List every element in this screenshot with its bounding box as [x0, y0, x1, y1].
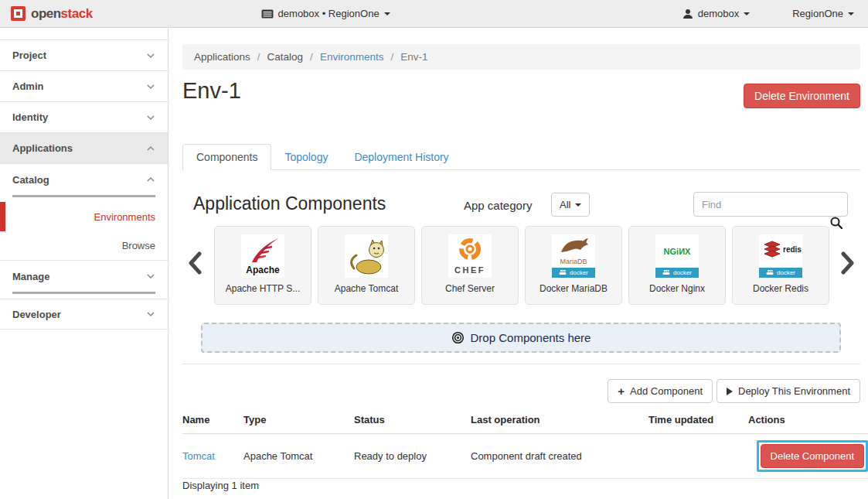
docker-whale-icon — [662, 269, 671, 276]
user-icon — [682, 9, 693, 19]
sidebar-nav: Project Admin Identity Applications Cata… — [0, 29, 168, 499]
apache-feather-icon: Apache — [241, 234, 284, 278]
deploy-environment-button[interactable]: Deploy This Environment — [717, 379, 860, 403]
sidebar-item-applications[interactable]: Applications — [0, 133, 168, 164]
caret-down-icon — [744, 12, 750, 15]
component-card-apache-http[interactable]: Apache Apache HTTP S... — [214, 226, 311, 305]
component-card-apache-tomcat[interactable]: Apache Tomcat — [318, 226, 415, 305]
sidebar-top-spacer — [0, 29, 168, 40]
sidebar-divider — [12, 292, 155, 294]
component-card-label: Chef Server — [445, 283, 495, 294]
chef-swirl-icon: CHEF — [448, 234, 492, 278]
bullseye-icon — [451, 331, 465, 344]
chef-server-logo: CHEF — [448, 234, 492, 278]
component-card-docker-redis[interactable]: redis docker Docker Redis — [732, 226, 829, 305]
page-title: Env-1 — [182, 78, 241, 104]
user-menu-label: demobox — [698, 8, 739, 19]
breadcrumb-current: Env-1 — [400, 51, 427, 63]
component-card-label: Apache HTTP S... — [226, 283, 301, 294]
search-icon[interactable] — [830, 217, 842, 232]
region-menu-label: RegionOne — [792, 8, 843, 19]
tab-topology[interactable]: Topology — [271, 145, 341, 169]
component-time-updated-cell — [648, 434, 748, 479]
chevron-down-icon — [146, 114, 155, 121]
component-card-chef-server[interactable]: CHEF Chef Server — [421, 226, 519, 305]
drop-components-zone[interactable]: Drop Components here — [201, 323, 841, 353]
tab-bar: Components Topology Deployment History — [182, 143, 860, 170]
delete-component-button[interactable]: Delete Component — [761, 444, 864, 468]
docker-redis-logo: redis docker — [759, 234, 802, 278]
breadcrumb-separator: / — [390, 51, 393, 63]
column-header-name: Name — [182, 408, 243, 434]
column-header-time-updated: Time updated — [648, 408, 748, 434]
breadcrumb-environments-link[interactable]: Environments — [320, 51, 384, 63]
component-card-docker-nginx[interactable]: NGiИX docker Docker Nginx — [628, 226, 726, 305]
sidebar-item-catalog[interactable]: Catalog — [0, 164, 168, 195]
sidebar-divider — [12, 195, 155, 197]
th-list-icon — [261, 9, 274, 19]
sidebar-item-admin[interactable]: Admin — [0, 71, 168, 102]
svg-text:Apache: Apache — [246, 265, 280, 275]
chevron-down-icon — [146, 53, 155, 59]
tab-deployment-history[interactable]: Deployment History — [341, 145, 461, 169]
component-card-label: Apache Tomcat — [335, 283, 399, 294]
context-label: demobox • RegionOne — [278, 8, 380, 19]
sidebar-item-project[interactable]: Project — [0, 40, 168, 71]
svg-text:CHEF: CHEF — [454, 265, 485, 275]
breadcrumb: Applications / Catalog / Environments / … — [182, 44, 860, 70]
add-component-button[interactable]: + Add Component — [608, 379, 713, 403]
sidebar-item-manage[interactable]: Manage — [0, 261, 168, 292]
docker-badge: docker — [655, 268, 699, 278]
breadcrumb-applications: Applications — [194, 51, 250, 63]
tab-components[interactable]: Components — [182, 144, 271, 170]
table-action-buttons: + Add Component Deploy This Environment — [608, 379, 860, 403]
breadcrumb-separator: / — [310, 51, 313, 63]
openstack-wordmark: openstack — [31, 6, 93, 22]
redis-cubes-icon: redis — [759, 235, 802, 267]
docker-badge: docker — [759, 268, 802, 278]
find-input[interactable] — [693, 192, 848, 217]
topbar-right-menus: demobox RegionOne — [682, 8, 854, 19]
tomcat-cat-icon — [345, 234, 388, 278]
section-heading: Application Components — [193, 193, 386, 214]
sidebar-item-environments[interactable]: Environments — [0, 202, 168, 231]
carousel-prev-button[interactable] — [188, 251, 202, 278]
dropzone-label: Drop Components here — [471, 331, 591, 344]
chevron-up-icon — [146, 176, 155, 183]
carousel-next-button[interactable] — [841, 251, 855, 278]
caret-down-icon — [384, 12, 390, 15]
openstack-logo[interactable]: openstack — [11, 6, 93, 22]
delete-environment-button[interactable]: Delete Environment — [744, 84, 860, 108]
table-footer-count: Displaying 1 item — [182, 480, 259, 491]
breadcrumb-separator: / — [257, 51, 260, 63]
caret-down-icon — [575, 203, 581, 207]
component-card-label: Docker Nginx — [649, 283, 705, 294]
project-context-switcher[interactable]: demobox • RegionOne — [261, 8, 390, 19]
user-menu[interactable]: demobox — [682, 8, 750, 19]
chevron-up-icon — [146, 145, 155, 152]
docker-badge: docker — [552, 268, 595, 278]
region-menu[interactable]: RegionOne — [792, 8, 854, 19]
top-navbar: openstack demobox • RegionOne demobox Re… — [0, 0, 868, 28]
nginx-wordmark-icon: NGiИX — [655, 235, 699, 267]
sidebar-item-identity[interactable]: Identity — [0, 102, 168, 133]
component-last-operation-cell: Component draft created — [471, 434, 648, 479]
component-name-link[interactable]: Tomcat — [182, 450, 215, 462]
apache-tomcat-logo — [345, 234, 388, 278]
play-icon — [727, 388, 733, 395]
sidebar-item-developer[interactable]: Developer — [0, 299, 168, 330]
column-header-status: Status — [354, 408, 471, 434]
app-category-label: App category — [464, 199, 532, 212]
caret-down-icon — [848, 12, 854, 15]
breadcrumb-catalog: Catalog — [267, 51, 304, 63]
docker-whale-icon — [766, 269, 774, 276]
docker-nginx-logo: NGiИX docker — [655, 234, 699, 278]
docker-whale-icon — [559, 269, 567, 276]
sidebar-item-browse[interactable]: Browse — [0, 231, 168, 261]
table-header-row: Name Type Status Last operation Time upd… — [182, 408, 868, 434]
openstack-cube-icon — [11, 6, 26, 21]
table-row: Tomcat Apache Tomcat Ready to deploy Com… — [182, 434, 868, 479]
component-card-docker-mariadb[interactable]: MariaDB docker Docker MariaDB — [525, 226, 622, 305]
chevron-down-icon — [146, 311, 155, 317]
category-dropdown[interactable]: All — [551, 193, 590, 217]
